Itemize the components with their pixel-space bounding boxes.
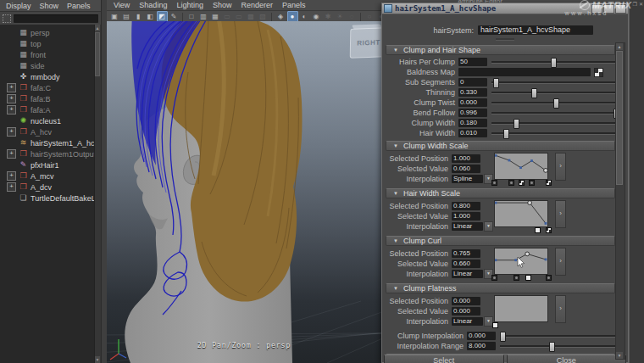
outliner-item-hairsystem1outputcurves[interactable]: +❒hairSystem1OutputCurves bbox=[0, 148, 95, 159]
slider-thumb[interactable] bbox=[531, 88, 537, 98]
hairs-per-clump-slider[interactable] bbox=[491, 58, 615, 66]
clump-twist-field[interactable]: 0.000 bbox=[458, 98, 487, 107]
ramp-marker-white[interactable] bbox=[525, 275, 531, 281]
clump-width-field[interactable]: 0.180 bbox=[458, 119, 487, 127]
ramp-marker-white[interactable] bbox=[535, 227, 541, 233]
outliner-item-front[interactable]: ▦front bbox=[0, 49, 95, 60]
thinning-field[interactable]: 0.330 bbox=[458, 88, 487, 97]
expand-icon[interactable]: + bbox=[7, 94, 16, 103]
clump-width-scale-ramp-graph[interactable] bbox=[494, 153, 548, 180]
collapser-divider[interactable] bbox=[496, 38, 514, 41]
expand-icon[interactable]: + bbox=[7, 182, 16, 192]
chevron-down-icon[interactable]: ▼ bbox=[484, 221, 493, 232]
minimize-icon[interactable] bbox=[591, 4, 602, 14]
interpolation-range-slider[interactable] bbox=[500, 342, 615, 350]
hairs-per-clump-field[interactable]: 50 bbox=[458, 58, 487, 66]
attribute-scroll-thumb[interactable] bbox=[616, 51, 623, 185]
viewport-menu-show[interactable]: Show bbox=[213, 1, 232, 9]
scroll-up-icon[interactable]: ▲ bbox=[95, 25, 100, 31]
clump-width-scale-interpolation-dropdown[interactable]: Spline▼ bbox=[452, 174, 493, 184]
outliner-item-turtledefaultbakelayer[interactable]: ❏TurtleDefaultBakeLayer bbox=[0, 193, 95, 204]
menu-show[interactable]: Show bbox=[40, 2, 59, 10]
hair-width-scale-selected-value-field[interactable]: 1.000 bbox=[452, 212, 480, 221]
clump-interpolation-field[interactable]: 0.000 bbox=[467, 332, 496, 340]
clump-curl-ramp-graph[interactable] bbox=[494, 248, 548, 275]
selection-filter-icon[interactable] bbox=[3, 14, 11, 23]
close-icon[interactable]: ✕ bbox=[639, 1, 643, 7]
clump-flatness-selected-position-field[interactable]: 0.000 bbox=[452, 297, 480, 305]
expand-icon[interactable]: + bbox=[7, 171, 16, 181]
bend-follow-slider[interactable] bbox=[491, 109, 615, 117]
outliner-item-fafa-a[interactable]: +❒fafa:A bbox=[0, 104, 95, 115]
scroll-down-icon[interactable]: ▼ bbox=[95, 356, 100, 363]
sub-segments-field[interactable]: 0 bbox=[458, 78, 487, 87]
ramp-marker-checker[interactable] bbox=[546, 227, 552, 233]
slider-thumb[interactable] bbox=[549, 342, 555, 352]
outliner-item-a-dcv[interactable]: +❒A_dcv bbox=[0, 182, 95, 193]
menu-display[interactable]: Display bbox=[6, 2, 31, 10]
attribute-scrollbar[interactable]: ▲ ▼ bbox=[615, 42, 625, 360]
viewport-menu-shading[interactable]: Shading bbox=[139, 1, 167, 9]
hair-width-scale-ramp-graph[interactable] bbox=[494, 200, 548, 227]
expand-ramp-button[interactable]: › bbox=[555, 248, 566, 276]
bend-follow-field[interactable]: 0.996 bbox=[458, 109, 487, 117]
restore-icon[interactable]: ❐ bbox=[633, 1, 637, 7]
outliner-item-fafa-c[interactable]: +❒fafa:C bbox=[0, 82, 95, 93]
slider-thumb[interactable] bbox=[493, 78, 499, 88]
ramp-marker-dot[interactable] bbox=[491, 275, 497, 281]
clump-flatness-ramp-graph[interactable] bbox=[494, 295, 548, 322]
hair-width-field[interactable]: 0.010 bbox=[458, 129, 487, 137]
ramp-marker-dot[interactable] bbox=[546, 275, 552, 281]
outliner-item-a-mcv[interactable]: +❒A_mcv bbox=[0, 170, 95, 182]
baldness-map-field[interactable] bbox=[458, 68, 591, 76]
sub-segments-slider[interactable] bbox=[491, 78, 615, 87]
outliner-item-fafa-b[interactable]: +❒fafa:B bbox=[0, 93, 95, 104]
outliner-item-hairsystem1-a-hcv[interactable]: ≋hairSystem1_A_hcv bbox=[0, 137, 95, 148]
outliner-item-mmbody[interactable]: ✜mmbody bbox=[0, 71, 95, 82]
ramp-marker-dot[interactable] bbox=[529, 180, 535, 186]
outliner-item-nucleus1[interactable]: ✺nucleus1 bbox=[0, 115, 95, 126]
clump-twist-slider[interactable] bbox=[491, 98, 615, 107]
ramp-marker-white[interactable] bbox=[492, 322, 498, 328]
clump-interpolation-slider[interactable] bbox=[500, 332, 615, 340]
viewport-menu-view[interactable]: View bbox=[114, 1, 130, 9]
clump-flatness-selected-value-field[interactable]: 0.000 bbox=[452, 307, 480, 316]
interpolation-range-field[interactable]: 8.000 bbox=[467, 342, 496, 350]
ramp-marker-checker[interactable] bbox=[519, 180, 525, 186]
clump-flatness-interpolation-dropdown[interactable]: Linear▼ bbox=[452, 316, 493, 327]
menu-panels[interactable]: Panels bbox=[67, 2, 91, 10]
hair-width-scale-interpolation-dropdown[interactable]: Linear▼ bbox=[452, 221, 493, 232]
outliner-item-a-hcv[interactable]: +❒A_hcv bbox=[0, 126, 95, 137]
section-header-clump-width-scale[interactable]: ▼Clump Width Scale bbox=[386, 141, 615, 151]
ramp-marker-dot[interactable] bbox=[514, 275, 519, 281]
outliner-scroll-thumb[interactable] bbox=[95, 32, 100, 76]
section-header-hair-width-scale[interactable]: ▼Hair Width Scale bbox=[386, 188, 615, 198]
expand-icon[interactable]: + bbox=[7, 105, 16, 114]
outliner-item-top[interactable]: ▦top bbox=[0, 38, 95, 49]
viewport-menu-panels[interactable]: Panels bbox=[282, 1, 306, 9]
clump-width-scale-selected-position-field[interactable]: 1.000 bbox=[452, 154, 480, 163]
viewport-menu-lighting[interactable]: Lighting bbox=[176, 1, 203, 9]
close-button[interactable]: Close bbox=[507, 355, 627, 363]
slider-thumb[interactable] bbox=[514, 119, 519, 129]
clump-width-scale-selected-value-field[interactable]: 0.060 bbox=[452, 165, 480, 173]
outliner-scrollbar[interactable]: ▲ ▼ bbox=[94, 25, 101, 363]
slider-thumb[interactable] bbox=[553, 98, 559, 109]
slider-thumb[interactable] bbox=[500, 332, 506, 342]
viewport-menu-renderer[interactable]: Renderer bbox=[241, 1, 273, 9]
restore-icon[interactable] bbox=[603, 4, 614, 14]
outliner-search-input[interactable] bbox=[14, 14, 98, 23]
expand-ramp-button[interactable]: › bbox=[555, 200, 566, 228]
outliner-item-pfxhair1[interactable]: ✎pfxHair1 bbox=[0, 159, 95, 170]
texture-map-icon[interactable] bbox=[594, 68, 603, 77]
scroll-up-icon[interactable]: ▲ bbox=[616, 43, 623, 50]
section-header-clump-and-hair-shape[interactable]: ▼Clump and Hair Shape bbox=[386, 45, 615, 55]
clump-curl-interpolation-dropdown[interactable]: Linear▼ bbox=[452, 269, 493, 279]
section-header-clump-flatness[interactable]: ▼Clump Flatness bbox=[386, 283, 615, 293]
thinning-slider[interactable] bbox=[491, 88, 615, 97]
slider-thumb[interactable] bbox=[551, 58, 557, 68]
section-header-clump-curl[interactable]: ▼Clump Curl bbox=[386, 236, 615, 246]
expand-icon[interactable]: + bbox=[7, 127, 16, 137]
expand-icon[interactable]: + bbox=[7, 83, 16, 92]
clump-curl-selected-value-field[interactable]: 0.660 bbox=[452, 260, 480, 268]
